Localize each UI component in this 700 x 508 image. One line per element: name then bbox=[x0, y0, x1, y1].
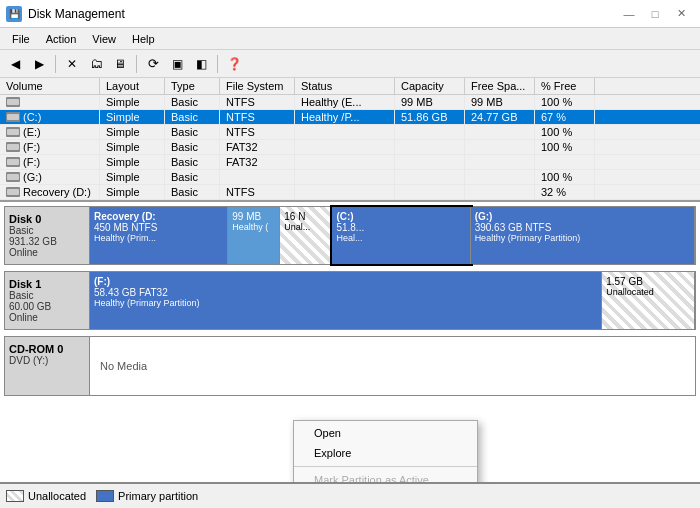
disk-0-part-unalloc[interactable]: 16 N Unal... bbox=[280, 207, 332, 264]
disk-1-status: Online bbox=[9, 312, 85, 323]
menu-view[interactable]: View bbox=[84, 31, 124, 47]
part-size: 51.8... bbox=[336, 222, 465, 233]
ctx-explore[interactable]: Explore bbox=[294, 443, 477, 463]
forward-button[interactable]: ▶ bbox=[28, 53, 50, 75]
table-area: Volume Layout Type File System Status Ca… bbox=[0, 78, 700, 202]
header-volume[interactable]: Volume bbox=[0, 78, 100, 94]
header-layout[interactable]: Layout bbox=[100, 78, 165, 94]
td-type: Basic bbox=[165, 110, 220, 124]
title-bar: 💾 Disk Management — □ ✕ bbox=[0, 0, 700, 28]
part-info: Healthy (Primary Partition) bbox=[475, 233, 690, 243]
td-fs: NTFS bbox=[220, 185, 295, 199]
drive-icon bbox=[6, 187, 20, 197]
td-layout: Simple bbox=[100, 95, 165, 109]
td-free bbox=[465, 185, 535, 199]
table-body: Simple Basic NTFS Healthy (E... 99 MB 99… bbox=[0, 95, 700, 200]
td-volume: (G:) bbox=[0, 170, 100, 184]
header-free[interactable]: Free Spa... bbox=[465, 78, 535, 94]
ctx-open[interactable]: Open bbox=[294, 423, 477, 443]
folder-button[interactable]: 🗂 bbox=[85, 53, 107, 75]
main-content: Volume Layout Type File System Status Ca… bbox=[0, 78, 700, 508]
menu-help[interactable]: Help bbox=[124, 31, 163, 47]
part-info: Healthy (Primary Partition) bbox=[94, 298, 597, 308]
drive-icon bbox=[6, 112, 20, 122]
td-status: Healthy /P... bbox=[295, 110, 395, 124]
legend-primary-box bbox=[96, 490, 114, 502]
td-volume: (F:) bbox=[0, 155, 100, 169]
table-row[interactable]: (F:) Simple Basic FAT32 bbox=[0, 155, 700, 170]
part-size: 450 MB NTFS bbox=[94, 222, 223, 233]
header-capacity[interactable]: Capacity bbox=[395, 78, 465, 94]
td-layout: Simple bbox=[100, 185, 165, 199]
drive-icon bbox=[6, 172, 20, 182]
header-type[interactable]: Type bbox=[165, 78, 220, 94]
disk-1-part-f[interactable]: (F:) 58.43 GB FAT32 Healthy (Primary Par… bbox=[90, 272, 602, 329]
td-cap bbox=[395, 185, 465, 199]
td-type: Basic bbox=[165, 95, 220, 109]
close-button[interactable]: ✕ bbox=[668, 4, 694, 24]
disk-button[interactable]: ▣ bbox=[166, 53, 188, 75]
header-status[interactable]: Status bbox=[295, 78, 395, 94]
ctx-sep-1 bbox=[294, 466, 477, 467]
monitor-button[interactable]: 🖥 bbox=[109, 53, 131, 75]
volume-button[interactable]: ◧ bbox=[190, 53, 212, 75]
disk-0-part-c[interactable]: (C:) 51.8... Heal... bbox=[332, 207, 470, 264]
cdrom-0-media: No Media bbox=[100, 360, 147, 372]
drive-icon bbox=[6, 142, 20, 152]
legend-unalloc-box bbox=[6, 490, 24, 502]
disk-0-group: Disk 0 Basic 931.32 GB Online Recovery (… bbox=[4, 206, 696, 265]
part-size: 1.57 GB bbox=[606, 276, 690, 287]
table-row[interactable]: Simple Basic NTFS Healthy (E... 99 MB 99… bbox=[0, 95, 700, 110]
header-fs[interactable]: File System bbox=[220, 78, 295, 94]
disk-area[interactable]: Disk 0 Basic 931.32 GB Online Recovery (… bbox=[0, 202, 700, 482]
menu-file[interactable]: File bbox=[4, 31, 38, 47]
td-free bbox=[465, 155, 535, 169]
header-pct[interactable]: % Free bbox=[535, 78, 595, 94]
disk-1-part-unalloc[interactable]: 1.57 GB Unallocated bbox=[602, 272, 695, 329]
table-row[interactable]: (G:) Simple Basic 100 % bbox=[0, 170, 700, 185]
table-row[interactable]: (C:) Simple Basic NTFS Healthy /P... 51.… bbox=[0, 110, 700, 125]
rescan-button[interactable]: ⟳ bbox=[142, 53, 164, 75]
drive-icon bbox=[6, 97, 20, 107]
legend: Unallocated Primary partition bbox=[0, 482, 700, 508]
disk-0-label: Disk 0 Basic 931.32 GB Online bbox=[5, 207, 90, 264]
table-header: Volume Layout Type File System Status Ca… bbox=[0, 78, 700, 95]
part-info: Unal... bbox=[284, 222, 327, 232]
td-layout: Simple bbox=[100, 155, 165, 169]
td-layout: Simple bbox=[100, 125, 165, 139]
table-row[interactable]: (F:) Simple Basic FAT32 100 % bbox=[0, 140, 700, 155]
td-free: 99 MB bbox=[465, 95, 535, 109]
disk-0-part-system[interactable]: 99 MB Healthy ( bbox=[228, 207, 280, 264]
td-status bbox=[295, 170, 395, 184]
disk-0-part-recovery[interactable]: Recovery (D: 450 MB NTFS Healthy (Prim..… bbox=[90, 207, 228, 264]
minimize-button[interactable]: — bbox=[616, 4, 642, 24]
disk-1-type: Basic bbox=[9, 290, 85, 301]
td-free bbox=[465, 140, 535, 154]
td-pct: 100 % bbox=[535, 95, 595, 109]
disk-0-partitions: Recovery (D: 450 MB NTFS Healthy (Prim..… bbox=[90, 207, 695, 264]
menu-action[interactable]: Action bbox=[38, 31, 85, 47]
toolbar-sep-3 bbox=[217, 55, 218, 73]
ctx-mark-active: Mark Partition as Active bbox=[294, 470, 477, 482]
td-pct: 100 % bbox=[535, 125, 595, 139]
cancel-button[interactable]: ✕ bbox=[61, 53, 83, 75]
td-status bbox=[295, 125, 395, 139]
td-fs bbox=[220, 170, 295, 184]
table-row[interactable]: Recovery (D:) Simple Basic NTFS 32 % bbox=[0, 185, 700, 200]
table-row[interactable]: (E:) Simple Basic NTFS 100 % bbox=[0, 125, 700, 140]
td-layout: Simple bbox=[100, 170, 165, 184]
td-cap bbox=[395, 125, 465, 139]
cdrom-0-type: DVD (Y:) bbox=[9, 355, 85, 366]
td-volume: Recovery (D:) bbox=[0, 185, 100, 199]
help-toolbar-button[interactable]: ❓ bbox=[223, 53, 245, 75]
part-size: 58.43 GB FAT32 bbox=[94, 287, 597, 298]
disk-1-label: Disk 1 Basic 60.00 GB Online bbox=[5, 272, 90, 329]
back-button[interactable]: ◀ bbox=[4, 53, 26, 75]
td-fs: NTFS bbox=[220, 95, 295, 109]
maximize-button[interactable]: □ bbox=[642, 4, 668, 24]
td-fs: FAT32 bbox=[220, 140, 295, 154]
cdrom-0-group: CD-ROM 0 DVD (Y:) No Media bbox=[4, 336, 696, 396]
disk-0-part-g[interactable]: (G:) 390.63 GB NTFS Healthy (Primary Par… bbox=[471, 207, 695, 264]
disk-1-title: Disk 1 bbox=[9, 278, 85, 290]
td-pct: 32 % bbox=[535, 185, 595, 199]
